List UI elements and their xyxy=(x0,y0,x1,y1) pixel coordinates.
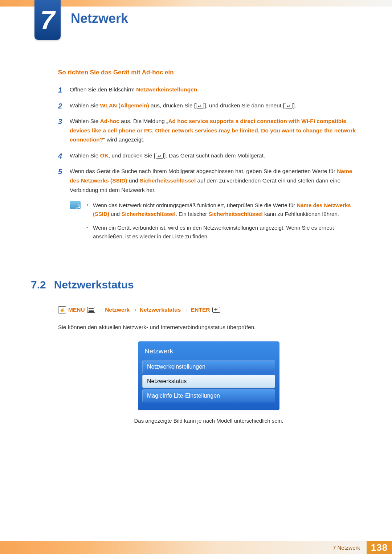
hand-icon: ☝ xyxy=(58,306,66,313)
chapter-title: Netzwerk xyxy=(71,11,128,26)
menu-item-netzwerkeinstellungen[interactable]: Netzwerkeinstellungen xyxy=(142,360,275,373)
emphasis: Ad-hoc xyxy=(100,118,119,124)
text: Wählen Sie xyxy=(70,152,100,159)
text: . Ein falscher xyxy=(176,211,209,217)
emphasis: OK xyxy=(100,152,109,159)
step-5: 5 Wenn das Gerät die Suche nach Ihrem Mo… xyxy=(58,167,359,194)
note-item: Wenn das Netzwerk nicht ordnungsgemäß fu… xyxy=(86,201,359,218)
text: ]. Das Gerät sucht nach dem Mobilgerät. xyxy=(164,152,265,159)
text: aus, drücken Sie [ xyxy=(149,102,196,108)
text: Wählen Sie xyxy=(70,102,100,108)
enter-icon xyxy=(196,103,204,108)
section-title: Netzwerkstatus xyxy=(54,279,134,291)
steps-list: 1 Öffnen Sie den Bildschirm Netzwerkeins… xyxy=(58,85,359,194)
figure-caption: Das angezeigte Bild kann je nach Modell … xyxy=(58,418,359,424)
text: , und drücken Sie [ xyxy=(109,152,155,159)
enter-icon xyxy=(212,307,220,313)
page-content: So richten Sie das Gerät mit Ad-hoc ein … xyxy=(58,69,359,424)
enter-label: ENTER xyxy=(191,307,210,313)
menu-panel-title: Netzwerk xyxy=(141,345,277,359)
text: Wählen Sie xyxy=(70,118,100,124)
note-item: Wenn ein Gerät verbunden ist, wird es in… xyxy=(86,223,359,241)
enter-icon xyxy=(285,103,293,108)
emphasis: Sicherheitsschlüssel xyxy=(209,211,263,217)
note-list: Wenn das Netzwerk nicht ordnungsgemäß fu… xyxy=(86,201,359,246)
text: . xyxy=(197,86,199,93)
menu-item-netzwerkstatus[interactable]: Netzwerkstatus xyxy=(142,375,275,388)
step-1: 1 Öffnen Sie den Bildschirm Netzwerkeins… xyxy=(58,85,359,94)
emphasis: Sicherheitsschlüssel xyxy=(140,177,196,184)
path-part: Netzwerk xyxy=(105,307,130,313)
arrow-icon: → xyxy=(132,307,138,313)
menu-path: ☝ MENU → Netzwerk → Netzwerkstatus → ENT… xyxy=(58,306,359,313)
emphasis: Sicherheitsschlüssel xyxy=(121,211,175,217)
step-4: 4 Wählen Sie OK, und drücken Sie []. Das… xyxy=(58,151,359,160)
section-number: 7.2 xyxy=(31,279,46,291)
text: " wird angezeigt. xyxy=(103,136,144,143)
text: Öffnen Sie den Bildschirm xyxy=(70,86,136,93)
menu-item-magicinfo[interactable]: MagicInfo Lite-Einstellungen xyxy=(142,389,275,402)
note-icon xyxy=(70,201,81,209)
emphasis: WLAN (Allgemein) xyxy=(100,102,149,108)
menu-icon xyxy=(87,307,95,313)
arrow-icon: → xyxy=(183,307,189,313)
step-3: 3 Wählen Sie Ad-hoc aus. Die Meldung „Ad… xyxy=(58,116,359,144)
description: Sie können den aktuellen Netzwerk- und I… xyxy=(58,323,359,332)
arrow-icon: → xyxy=(97,307,103,313)
footer-label: 7 Netzwerk xyxy=(333,545,360,551)
menu-label: MENU xyxy=(68,307,85,313)
chapter-number-tab: 7 xyxy=(34,0,61,40)
page-number: 138 xyxy=(367,541,392,554)
text: ], und drücken Sie dann erneut [ xyxy=(204,102,285,108)
emphasis: Netzwerkeinstellungen xyxy=(136,86,197,93)
enter-icon xyxy=(156,153,164,159)
subheading: So richten Sie das Gerät mit Ad-hoc ein xyxy=(58,69,359,76)
path-part: Netzwerkstatus xyxy=(140,307,181,313)
text: kann zu Fehlfunktionen führen. xyxy=(263,211,339,217)
text: Wenn das Netzwerk nicht ordnungsgemäß fu… xyxy=(93,202,297,208)
note-block: Wenn das Netzwerk nicht ordnungsgemäß fu… xyxy=(70,201,359,246)
footer-bar: 7 Netzwerk 138 xyxy=(0,541,392,554)
text: Wenn das Gerät die Suche nach Ihrem Mobi… xyxy=(70,168,337,174)
section-heading: 7.2 Netzwerkstatus xyxy=(31,279,359,291)
text: ]. xyxy=(293,102,297,108)
menu-panel: Netzwerk Netzwerkeinstellungen Netzwerks… xyxy=(138,341,279,410)
text: und xyxy=(109,211,121,217)
text: und xyxy=(127,177,140,184)
step-2: 2 Wählen Sie WLAN (Allgemein) aus, drück… xyxy=(58,101,359,110)
text: aus. Die Meldung „ xyxy=(119,118,168,124)
